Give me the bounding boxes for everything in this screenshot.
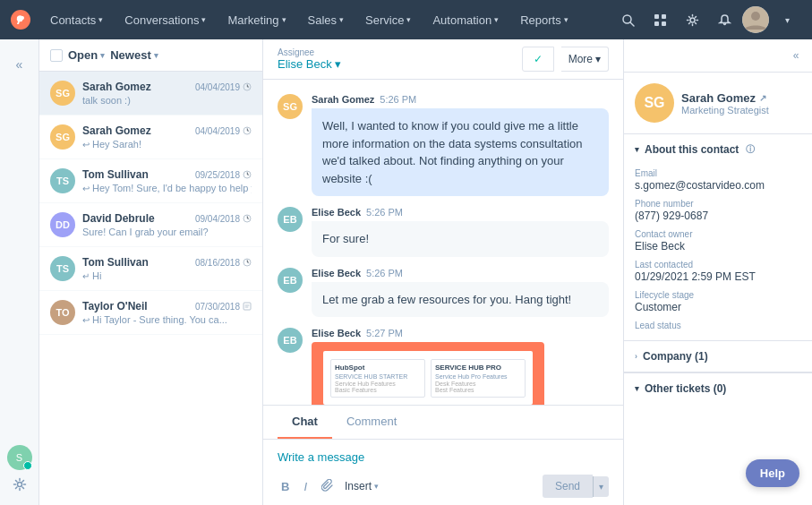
nav-service[interactable]: Service ▾ — [356, 10, 420, 30]
conv-item-ts2[interactable]: TS Tom Sullivan 08/16/2018 ↵ Hi — [39, 247, 262, 291]
nav-automation[interactable]: Automation ▾ — [423, 10, 508, 30]
insert-button[interactable]: Insert ▾ — [345, 480, 379, 492]
external-link-icon[interactable]: ↗ — [759, 93, 766, 103]
svg-rect-5 — [662, 14, 666, 19]
conv-preview-ts1: ↩ Hey Tom! Sure, I'd be happy to help yo… — [82, 183, 252, 193]
settings-button[interactable] — [678, 5, 706, 34]
select-all-checkbox[interactable] — [50, 49, 63, 62]
compose-input[interactable] — [278, 447, 609, 467]
svg-rect-6 — [654, 21, 659, 26]
reply-icon-to1: ↩ — [82, 315, 90, 325]
message-avatar-sg1: SG — [278, 94, 303, 119]
conv-item-to1[interactable]: TO Taylor O'Neil 07/30/2018 ↩ Hi Taylor … — [39, 291, 262, 335]
svg-line-3 — [630, 22, 634, 26]
insert-caret: ▾ — [374, 482, 379, 491]
conv-preview-to1: ↩ Hi Taylor - Sure thing. You ca... — [82, 314, 252, 325]
svg-point-1 — [21, 16, 24, 20]
logo[interactable] — [11, 10, 30, 30]
service-caret: ▾ — [406, 15, 411, 24]
nav-sales[interactable]: Sales ▾ — [299, 10, 354, 30]
conv-date-ts1: 09/25/2018 — [195, 170, 252, 180]
conv-preview-sg1: talk soon :) — [82, 95, 252, 106]
reply-icon-ts2: ↵ — [82, 271, 90, 281]
conv-content-dd1: David Debrule 09/04/2018 Sure! Can I gra… — [82, 212, 252, 237]
sidebar-avatar[interactable]: S — [7, 445, 32, 470]
field-owner-value: Elise Beck — [635, 240, 801, 252]
assignee-info: Assignee Elise Beck ▾ — [278, 47, 341, 71]
about-section-header[interactable]: ▾ About this contact ⓘ — [624, 134, 812, 165]
send-caret-button[interactable]: ▾ — [593, 476, 609, 497]
nav-conversations[interactable]: Conversations ▾ — [115, 10, 215, 30]
assignee-name[interactable]: Elise Beck ▾ — [278, 57, 341, 71]
marketing-caret: ▾ — [282, 15, 286, 24]
more-button[interactable]: More ▾ — [561, 47, 609, 72]
conv-item-sg2[interactable]: SG Sarah Gomez 04/04/2019 ↩ Hey Sarah! — [39, 116, 262, 159]
message-avatar-eb1: EB — [278, 207, 303, 232]
message-meta-eb2: Elise Beck 5:26 PM — [312, 268, 609, 278]
conv-list-header: Open ▾ Newest ▾ — [39, 39, 262, 72]
help-button[interactable]: Help — [746, 459, 799, 487]
field-email-value: s.gomez@costarvideo.com — [635, 179, 801, 192]
user-avatar[interactable] — [742, 6, 769, 33]
notifications-button[interactable] — [710, 5, 739, 34]
italic-button[interactable]: I — [300, 478, 311, 495]
field-last-contacted-label: Last contacted — [635, 260, 801, 270]
message-avatar-eb2: EB — [278, 268, 303, 293]
check-icon: ✓ — [534, 53, 543, 65]
contact-name: Sarah Gomez ↗ — [681, 91, 769, 105]
conv-item-dd1[interactable]: DD David Debrule 09/04/2018 Sure! Can I … — [39, 203, 262, 247]
conv-avatar-sg1: SG — [50, 81, 75, 106]
message-eb3: EB Elise Beck 5:27 PM HubSpot SERVICE HU… — [278, 328, 609, 405]
nav-contacts[interactable]: Contacts ▾ — [41, 10, 112, 30]
nav-reports[interactable]: Reports ▾ — [511, 10, 577, 30]
message-meta-eb1: Elise Beck 5:26 PM — [312, 207, 609, 218]
conv-name-sg2: Sarah Gomez — [82, 124, 151, 137]
contact-role: Marketing Strategist — [681, 105, 769, 116]
account-caret[interactable]: ▾ — [773, 5, 801, 34]
tab-comment[interactable]: Comment — [332, 406, 411, 439]
sidebar-gear-button[interactable] — [13, 477, 27, 494]
attachment-button[interactable] — [318, 477, 338, 496]
svg-rect-4 — [654, 14, 659, 19]
top-nav: Contacts ▾ Conversations ▾ Marketing ▾ S… — [0, 0, 812, 39]
conv-preview-sg2: ↩ Hey Sarah! — [82, 139, 252, 150]
message-avatar-eb3: EB — [278, 328, 303, 353]
search-button[interactable] — [613, 5, 642, 34]
company-section[interactable]: › Company (1) — [624, 341, 812, 372]
chat-messages: SG Sarah Gomez 5:26 PM Well, I wanted to… — [263, 80, 623, 405]
newest-filter-button[interactable]: Newest ▾ — [110, 48, 158, 62]
open-filter-button[interactable]: Open ▾ — [68, 48, 105, 62]
contact-avatar: SG — [635, 83, 674, 123]
field-last-contacted-value: 01/29/2021 2:59 PM EST — [635, 270, 801, 283]
conv-list-items: SG Sarah Gomez 04/04/2019 talk soon :) — [39, 72, 262, 505]
reports-caret: ▾ — [564, 15, 568, 24]
bold-button[interactable]: B — [278, 478, 293, 495]
conv-content-to1: Taylor O'Neil 07/30/2018 ↩ Hi Taylor - S… — [82, 300, 252, 325]
panel-expand-button[interactable]: « — [787, 47, 805, 64]
message-bubble-sg1: Well, I wanted to know if you could give… — [312, 108, 609, 196]
svg-rect-17 — [244, 303, 251, 310]
conv-date-sg2: 04/04/2019 — [195, 126, 252, 136]
conversations-caret: ▾ — [201, 15, 206, 24]
field-last-contacted: Last contacted 01/29/2021 2:59 PM EST — [624, 256, 812, 287]
resolve-button[interactable]: ✓ — [522, 47, 554, 72]
other-tickets-section[interactable]: ▾ Other tickets (0) — [624, 372, 812, 404]
conv-avatar-ts1: TS — [50, 168, 75, 193]
message-sg1: SG Sarah Gomez 5:26 PM Well, I wanted to… — [278, 94, 609, 196]
conv-item-ts1[interactable]: TS Tom Sullivan 09/25/2018 ↩ Hey Tom! Su… — [39, 159, 262, 203]
sidebar-expand-button[interactable]: « — [5, 50, 34, 79]
company-caret-icon: › — [635, 352, 637, 361]
svg-point-11 — [17, 483, 21, 487]
field-phone-value: (877) 929-0687 — [635, 210, 801, 222]
tab-chat[interactable]: Chat — [278, 406, 332, 439]
compose-area: B I Insert ▾ Send ▾ — [263, 439, 623, 505]
conv-item-sg1[interactable]: SG Sarah Gomez 04/04/2019 talk soon :) — [39, 72, 262, 116]
message-bubble-eb1: For sure! — [312, 221, 609, 257]
grid-button[interactable] — [645, 5, 674, 34]
send-button[interactable]: Send — [543, 475, 593, 498]
svg-point-10 — [751, 12, 760, 21]
message-bubble-eb2: Let me grab a few resources for you. Han… — [312, 282, 609, 318]
nav-marketing[interactable]: Marketing ▾ — [218, 10, 295, 30]
message-image-eb3: HubSpot SERVICE HUB STARTER Service Hub … — [312, 342, 544, 405]
conv-name-to1: Taylor O'Neil — [82, 300, 148, 312]
